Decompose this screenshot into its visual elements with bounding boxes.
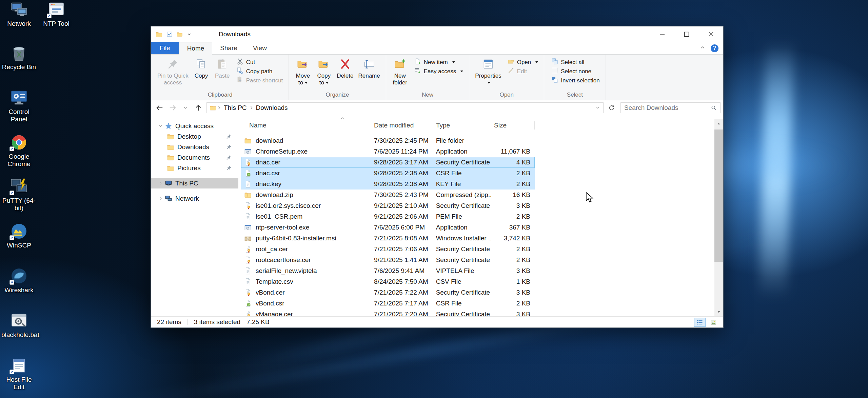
explorer-window-icon <box>156 31 162 38</box>
nav-item-quick-access-downloads[interactable]: Downloads <box>151 142 238 152</box>
new-folder-button[interactable]: Newfolder <box>390 57 411 87</box>
file-row-template-csv[interactable]: Template.csv8/24/2025 7:50 AMCSV File1 K… <box>241 276 535 287</box>
file-row-dnac-csr[interactable]: dnac.csr9/28/2025 2:38 AMCSR File2 KB <box>241 168 535 179</box>
file-row-download-zip[interactable]: download.zip7/30/2025 2:43 PMCompressed … <box>241 190 535 200</box>
search-input[interactable] <box>624 104 711 112</box>
desktop-icon-winscp[interactable]: WinSCP <box>1 222 37 249</box>
column-header-size[interactable]: Size <box>491 121 535 130</box>
copy-button[interactable]: Copy <box>191 57 212 80</box>
file-row-download[interactable]: download7/30/2025 2:45 PMFile folder <box>241 135 535 146</box>
vertical-scrollbar[interactable] <box>714 119 723 316</box>
desktop-icon-wireshark[interactable]: Wireshark <box>1 267 37 294</box>
column-header-name[interactable]: Name <box>241 121 371 130</box>
select-none-button[interactable]: Select none <box>549 67 602 76</box>
address-box[interactable]: This PCDownloads <box>206 102 604 113</box>
bat-file-icon <box>10 312 28 330</box>
paste-button[interactable]: Paste <box>212 57 233 80</box>
nav-item-network[interactable]: Network <box>151 193 238 204</box>
nav-item-quick-access-documents[interactable]: Documents <box>151 152 238 163</box>
dropdown-caret-icon <box>488 82 490 84</box>
desktop-icon-host-file-edit[interactable]: Host File Edit <box>1 357 37 391</box>
search-box[interactable] <box>620 102 721 113</box>
edit-button[interactable]: Edit <box>505 67 541 76</box>
forward-button[interactable] <box>166 102 179 114</box>
pin-to-quick-access-button[interactable]: Pin to Quickaccess <box>155 57 191 87</box>
file-row-ntp-server-tool-exe[interactable]: ntp-server-tool.exe7/6/2025 6:00 PMAppli… <box>241 222 535 233</box>
desktop-icon-putty-64-bit[interactable]: PuTTY (64-bit) <box>1 178 37 212</box>
desktop-icon-label: Host File Edit <box>1 376 37 391</box>
desktop-icon-network[interactable]: Network <box>1 1 37 27</box>
desktop-icon-control-panel[interactable]: Control Panel <box>1 89 37 123</box>
desktop-icon-ntp-tool[interactable]: NTP Tool <box>39 1 74 27</box>
desktop-icon-label: Network <box>7 20 31 27</box>
file-row-root-ca-cer[interactable]: root_ca.cer7/21/2025 7:06 AMSecurity Cer… <box>241 244 535 255</box>
tab-home[interactable]: Home <box>179 42 213 55</box>
copy-to-button[interactable]: Copyto <box>313 57 334 87</box>
file-row-dnac-cer[interactable]: dnac.cer9/28/2025 3:17 AMSecurity Certif… <box>241 157 535 168</box>
delete-button[interactable]: Delete <box>334 57 356 80</box>
file-row-ise01-csr-pem[interactable]: ise01_CSR.pem9/21/2025 2:06 AMPEM File2 … <box>241 211 535 222</box>
thumbnails-view-button[interactable] <box>708 318 719 327</box>
column-header-type[interactable]: Type <box>433 121 491 130</box>
tab-file[interactable]: File <box>151 42 179 54</box>
address-dropdown-chevron-icon[interactable] <box>595 105 600 110</box>
easy-access-icon <box>414 67 421 76</box>
file-row-ise01-or2-sys-cisco-cer[interactable]: ise01.or2.sys.cisco.cer9/21/2025 2:10 AM… <box>241 200 535 211</box>
qat-customize-chevron-icon[interactable] <box>187 32 192 37</box>
ribbon-group-new: NewfolderNew itemEasy accessNew <box>386 55 469 100</box>
view-toggles <box>694 317 719 328</box>
recent-locations-chevron-icon[interactable] <box>179 102 192 114</box>
nav-item-quick-access-desktop[interactable]: Desktop <box>151 131 238 142</box>
help-button[interactable]: ? <box>711 44 718 52</box>
rename-button[interactable]: Rename <box>356 57 382 80</box>
qat-new-folder-icon[interactable] <box>177 31 183 37</box>
properties-button[interactable]: Properties <box>473 57 504 87</box>
file-row-serialfile-new-viptela[interactable]: serialFile_new.viptela7/6/2025 9:41 AMVI… <box>241 265 535 276</box>
breadcrumb-item-this-pc[interactable]: This PC <box>222 104 249 112</box>
qat-properties-icon[interactable] <box>166 31 173 37</box>
window-title: Downloads <box>219 26 251 42</box>
cut-button[interactable]: Cut <box>234 58 285 67</box>
scroll-down-arrow-icon[interactable] <box>714 307 723 316</box>
column-header-date-modified[interactable]: Date modified <box>371 121 433 130</box>
chevron-right-icon <box>156 181 164 185</box>
invert-selection-button[interactable]: Invert selection <box>549 76 602 85</box>
ribbon-tab-row: FileHomeShareView ? <box>151 42 723 54</box>
chevron-down-icon <box>156 124 164 128</box>
close-button[interactable] <box>699 26 723 42</box>
desktop-icon-blackhole-bat[interactable]: blackhole.bat <box>1 312 37 339</box>
desktop-icon-recycle-bin[interactable]: Recycle Bin <box>1 44 37 71</box>
details-view-button[interactable] <box>694 318 706 327</box>
easy-access-button[interactable]: Easy access <box>412 67 466 76</box>
file-row-dnac-key[interactable]: dnac.key9/28/2025 2:38 AMKEY File2 KB <box>241 179 535 190</box>
file-row-putty-64bit-0-83-installer-msi[interactable]: putty-64bit-0.83-installer.msi7/21/2025 … <box>241 233 535 244</box>
ribbon-collapse-icon[interactable] <box>700 45 705 52</box>
file-row-vmanage-cer[interactable]: vManage.cer7/21/2025 7:20 AMSecurity Cer… <box>241 309 535 316</box>
copy-path-button[interactable]: Copy path <box>234 67 285 76</box>
search-icon[interactable] <box>711 105 717 111</box>
breadcrumb-item-downloads[interactable]: Downloads <box>254 104 290 112</box>
file-row-vbond-cer[interactable]: vBond.cer7/21/2025 7:22 AMSecurity Certi… <box>241 287 535 298</box>
cert-icon <box>243 256 252 264</box>
refresh-button[interactable] <box>606 102 618 114</box>
tab-view[interactable]: View <box>245 42 275 54</box>
open-button[interactable]: Open <box>505 58 541 67</box>
desktop-icon-google-chrome[interactable]: Google Chrome <box>1 134 37 168</box>
move-to-button[interactable]: Moveto <box>292 57 313 87</box>
scroll-up-arrow-icon[interactable] <box>714 119 723 128</box>
paste-shortcut-button[interactable]: Paste shortcut <box>234 76 285 85</box>
up-button[interactable] <box>192 102 204 114</box>
maximize-button[interactable] <box>674 26 699 42</box>
nav-item-this-pc[interactable]: This PC <box>151 178 238 188</box>
select-all-button[interactable]: Select all <box>549 58 602 67</box>
tab-share[interactable]: Share <box>212 42 245 54</box>
file-row-vbond-csr[interactable]: vBond.csr7/21/2025 7:17 AMCSR File2 KB <box>241 298 535 309</box>
nav-item-quick-access-pictures[interactable]: Pictures <box>151 163 238 173</box>
file-row-rootcacertforise-cer[interactable]: rootcacertforise.cer9/21/2025 1:41 AMSec… <box>241 255 535 265</box>
minimize-button[interactable] <box>650 26 674 42</box>
file-row-chromesetup-exe[interactable]: ChromeSetup.exe7/6/2025 11:24 PMApplicat… <box>241 146 535 157</box>
back-button[interactable] <box>154 102 166 114</box>
nav-item-quick-access[interactable]: Quick access <box>151 121 238 131</box>
new-item-button[interactable]: New item <box>412 58 466 67</box>
scrollbar-thumb[interactable] <box>714 130 723 262</box>
